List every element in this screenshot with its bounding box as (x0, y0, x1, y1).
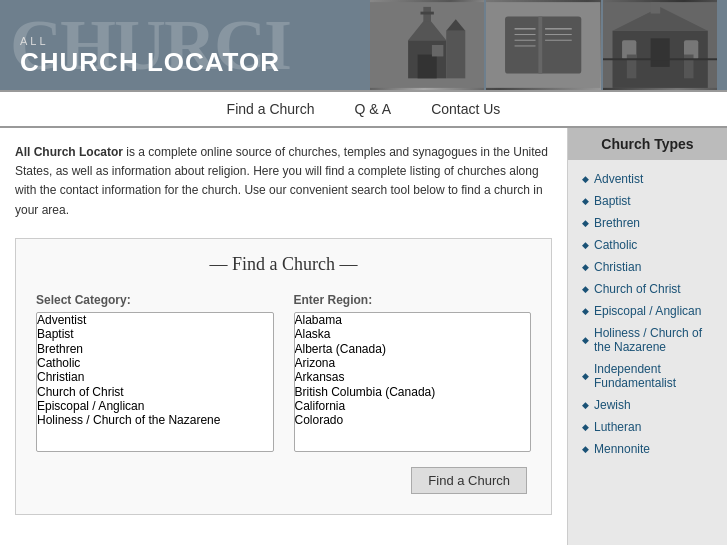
sidebar-diamond-icon: ◆ (582, 400, 589, 410)
finder-title: — Find a Church — (36, 254, 531, 275)
sidebar-item-link[interactable]: Lutheran (594, 420, 641, 434)
finder-button-row: Find a Church (36, 467, 531, 494)
sidebar-item-link[interactable]: Independent Fundamentalist (594, 362, 717, 390)
sidebar-diamond-icon: ◆ (582, 306, 589, 316)
sidebar-item: ◆Jewish (568, 394, 727, 416)
sidebar-item-link[interactable]: Episcopal / Anglican (594, 304, 701, 318)
logo-title: CHURCH LOCATOR (20, 47, 280, 78)
header: CHURCI ALL CHURCH LOCATOR (0, 0, 727, 90)
svg-rect-11 (539, 16, 543, 73)
sidebar-item-link[interactable]: Christian (594, 260, 641, 274)
svg-rect-22 (650, 2, 660, 13)
nav-find-church[interactable]: Find a Church (227, 101, 315, 117)
sidebar-diamond-icon: ◆ (582, 371, 589, 381)
logo-text: ALL CHURCH LOCATOR (10, 35, 280, 90)
sidebar-item-link[interactable]: Catholic (594, 238, 637, 252)
sidebar: Church Types ◆Adventist◆Baptist◆Brethren… (567, 128, 727, 545)
svg-rect-27 (684, 55, 694, 79)
region-select[interactable]: AlabamaAlaskaAlberta (Canada)ArizonaArka… (294, 312, 532, 452)
finder-form: Select Category: AdventistBaptistBrethre… (36, 293, 531, 452)
svg-rect-7 (446, 31, 465, 79)
sidebar-item: ◆Catholic (568, 234, 727, 256)
sidebar-item-link[interactable]: Brethren (594, 216, 640, 230)
sidebar-diamond-icon: ◆ (582, 174, 589, 184)
sidebar-item-link[interactable]: Adventist (594, 172, 643, 186)
region-column: Enter Region: AlabamaAlaskaAlberta (Cana… (294, 293, 532, 452)
content-area: All Church Locator is a complete online … (0, 128, 567, 545)
logo-all-label: ALL (20, 35, 280, 47)
sidebar-item: ◆Brethren (568, 212, 727, 234)
sidebar-item: ◆Lutheran (568, 416, 727, 438)
sidebar-item-link[interactable]: Holiness / Church of the Nazarene (594, 326, 717, 354)
sidebar-diamond-icon: ◆ (582, 262, 589, 272)
find-church-button[interactable]: Find a Church (411, 467, 527, 494)
sidebar-diamond-icon: ◆ (582, 218, 589, 228)
sidebar-title: Church Types (568, 128, 727, 160)
category-label: Select Category: (36, 293, 274, 307)
nav-contact-us[interactable]: Contact Us (431, 101, 500, 117)
sidebar-item: ◆Mennonite (568, 438, 727, 460)
sidebar-item: ◆Christian (568, 256, 727, 278)
logo-area: CHURCI ALL CHURCH LOCATOR (10, 0, 370, 90)
intro-text: All Church Locator is a complete online … (15, 143, 552, 220)
sidebar-item: ◆Church of Christ (568, 278, 727, 300)
sidebar-diamond-icon: ◆ (582, 335, 589, 345)
sidebar-item-link[interactable]: Church of Christ (594, 282, 681, 296)
finder-box: — Find a Church — Select Category: Adven… (15, 238, 552, 515)
sidebar-item: ◆Holiness / Church of the Nazarene (568, 322, 727, 358)
sidebar-diamond-icon: ◆ (582, 444, 589, 454)
sidebar-item-link[interactable]: Jewish (594, 398, 631, 412)
sidebar-diamond-icon: ◆ (582, 422, 589, 432)
sidebar-item: ◆Episcopal / Anglican (568, 300, 727, 322)
sidebar-item-link[interactable]: Mennonite (594, 442, 650, 456)
svg-rect-10 (505, 16, 581, 73)
main-nav: Find a Church Q & A Contact Us (0, 90, 727, 128)
sidebar-item: ◆Baptist (568, 190, 727, 212)
sidebar-diamond-icon: ◆ (582, 284, 589, 294)
sidebar-items-list: ◆Adventist◆Baptist◆Brethren◆Catholic◆Chr… (568, 168, 727, 460)
region-label: Enter Region: (294, 293, 532, 307)
sidebar-diamond-icon: ◆ (582, 196, 589, 206)
svg-rect-24 (650, 38, 669, 67)
header-image-cathedral (603, 0, 717, 90)
svg-rect-4 (420, 12, 433, 15)
svg-rect-5 (418, 55, 437, 79)
main-content: All Church Locator is a complete online … (0, 128, 727, 545)
svg-rect-6 (432, 45, 443, 56)
sidebar-item: ◆Independent Fundamentalist (568, 358, 727, 394)
header-image-bible (486, 0, 600, 90)
sidebar-diamond-icon: ◆ (582, 240, 589, 250)
header-images (370, 0, 717, 90)
header-image-church (370, 0, 484, 90)
sidebar-item: ◆Adventist (568, 168, 727, 190)
nav-qa[interactable]: Q & A (355, 101, 392, 117)
svg-rect-26 (626, 55, 636, 79)
category-column: Select Category: AdventistBaptistBrethre… (36, 293, 274, 452)
brand-name: All Church Locator (15, 145, 123, 159)
sidebar-item-link[interactable]: Baptist (594, 194, 631, 208)
category-select[interactable]: AdventistBaptistBrethrenCatholicChristia… (36, 312, 274, 452)
